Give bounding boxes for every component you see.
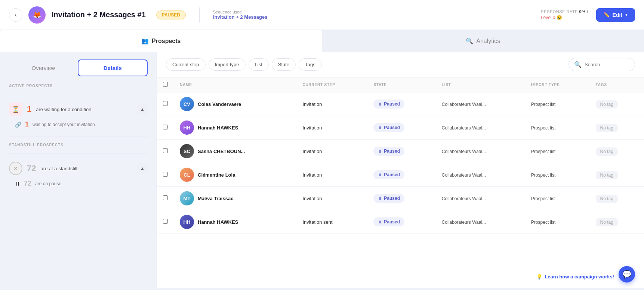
overview-label: Overview bbox=[31, 65, 55, 71]
link-icon: 🔗 bbox=[15, 122, 21, 128]
section-divider-1 bbox=[9, 94, 148, 94]
prospects-table-scroll[interactable]: NAME CURRENT STEP STATE LIST IMPORT TYPE… bbox=[157, 77, 644, 234]
state-cell: ⏸ Paused bbox=[367, 116, 435, 140]
import-type-cell: Prospect list bbox=[525, 187, 590, 210]
import-type-cell: Prospect list bbox=[525, 140, 590, 163]
list-cell: Collaborateurs Waal... bbox=[436, 210, 525, 234]
tab-analytics[interactable]: 🔍 Analytics bbox=[322, 30, 644, 52]
name-cell: SC Sasha CHETBOUN... bbox=[174, 140, 296, 163]
prospects-table: NAME CURRENT STEP STATE LIST IMPORT TYPE… bbox=[157, 77, 644, 234]
on-pause-sub: ⏸ 72 are on pause bbox=[9, 177, 148, 190]
standstill-label: are at a standstill bbox=[40, 166, 77, 171]
filter-state[interactable]: State bbox=[272, 58, 296, 71]
sequence-label: Sequence used bbox=[213, 10, 268, 14]
invitation-sub-count: 1 bbox=[25, 120, 29, 128]
state-badge: ⏸ Paused bbox=[373, 100, 404, 109]
tab-prospects-label: Prospects bbox=[152, 38, 181, 45]
section-divider-3 bbox=[9, 153, 148, 153]
pause-icon: ⏸ bbox=[378, 126, 382, 130]
learn-label: Learn how a campaign works! bbox=[545, 274, 614, 280]
current-step-cell: Invitation bbox=[296, 116, 367, 140]
table-row: SC Sasha CHETBOUN... Invitation ⏸ Paused… bbox=[157, 140, 644, 163]
tab-details[interactable]: Details bbox=[78, 59, 148, 76]
col-list: LIST bbox=[436, 77, 525, 92]
row-checkbox-2[interactable] bbox=[163, 125, 168, 129]
list-cell: Collaborateurs Waal... bbox=[436, 140, 525, 163]
tags-cell: No tag bbox=[590, 187, 644, 210]
name-cell: CL Clémentine Lola bbox=[174, 163, 296, 187]
filter-tags[interactable]: Tags bbox=[299, 58, 321, 71]
tab-overview[interactable]: Overview bbox=[9, 59, 78, 76]
prospect-name: Maëva Traissac bbox=[198, 196, 233, 201]
response-rate-info: RESPONSE RATE 0% ℹ Level 0 😢 bbox=[541, 9, 589, 20]
row-checkbox-6[interactable] bbox=[163, 219, 168, 224]
list-cell: Collaborateurs Waal... bbox=[436, 116, 525, 140]
chat-icon: 💬 bbox=[622, 270, 632, 279]
waiting-invitation-sub: 🔗 1 waiting to accept your invitation bbox=[9, 118, 148, 131]
prospect-avatar: CL bbox=[180, 168, 194, 182]
name-cell: HH Hannah HAWKES bbox=[174, 210, 296, 234]
pause-sub-count: 72 bbox=[24, 180, 31, 187]
sequence-info: Sequence used Invitation + 2 Messages bbox=[213, 10, 268, 20]
col-name: NAME bbox=[174, 77, 296, 92]
waiting-count: 1 bbox=[27, 104, 31, 114]
row-checkbox-cell bbox=[157, 187, 174, 210]
prospect-name: Colas Vandervaere bbox=[198, 101, 241, 107]
col-tags: TAGS bbox=[590, 77, 644, 92]
row-checkbox-4[interactable] bbox=[163, 172, 168, 177]
learn-link[interactable]: 💡 Learn how a campaign works! bbox=[536, 274, 614, 280]
pause-icon: ⏸ bbox=[378, 173, 382, 177]
prospect-avatar: MT bbox=[180, 191, 194, 205]
tags-cell: No tag bbox=[590, 210, 644, 234]
response-rate-label: RESPONSE RATE bbox=[541, 9, 578, 14]
filter-import-type[interactable]: Import type bbox=[209, 58, 246, 71]
name-cell: HH Hannah HAWKES bbox=[174, 116, 296, 140]
select-all-checkbox[interactable] bbox=[163, 82, 168, 87]
row-checkbox-1[interactable] bbox=[163, 101, 168, 106]
standstill-count: 72 bbox=[27, 164, 36, 173]
state-badge: ⏸ Paused bbox=[373, 217, 404, 226]
pause-icon: ⏸ bbox=[378, 220, 382, 224]
edit-button[interactable]: ✏️ Edit ▾ bbox=[596, 8, 635, 22]
current-step-cell: Invitation bbox=[296, 92, 367, 116]
filter-list[interactable]: List bbox=[249, 58, 269, 71]
standstill-chevron-button[interactable]: ▲ bbox=[137, 163, 148, 174]
sequence-name[interactable]: Invitation + 2 Messages bbox=[213, 14, 268, 20]
search-input[interactable] bbox=[585, 62, 629, 67]
row-checkbox-5[interactable] bbox=[163, 195, 168, 200]
list-cell: Collaborateurs Waal... bbox=[436, 163, 525, 187]
search-icon: 🔍 bbox=[574, 61, 582, 68]
back-button[interactable]: ‹ bbox=[9, 8, 22, 22]
state-cell: ⏸ Paused bbox=[367, 163, 435, 187]
campaign-avatar: 🦊 bbox=[28, 6, 46, 24]
import-type-cell: Prospect list bbox=[525, 116, 590, 140]
analytics-icon: 🔍 bbox=[466, 37, 473, 45]
invitation-sub-label: waiting to accept your invitation bbox=[33, 122, 95, 127]
prospect-avatar: HH bbox=[180, 120, 194, 135]
current-step-cell: Invitation bbox=[296, 140, 367, 163]
standstill-section-title: STANDSTILL PROSPECTS bbox=[9, 143, 148, 147]
state-cell: ⏸ Paused bbox=[367, 187, 435, 210]
prospect-name: Sasha CHETBOUN... bbox=[198, 149, 245, 154]
import-type-cell: Prospect list bbox=[525, 163, 590, 187]
chat-button[interactable]: 💬 bbox=[619, 266, 635, 283]
col-current-step: CURRENT STEP bbox=[296, 77, 367, 92]
pencil-icon: ✏️ bbox=[604, 12, 610, 18]
tags-cell: No tag bbox=[590, 140, 644, 163]
caret-icon: ▾ bbox=[625, 12, 628, 17]
current-step-cell: Invitation bbox=[296, 187, 367, 210]
prospect-avatar: HH bbox=[180, 215, 194, 229]
prospect-name: Hannah HAWKES bbox=[198, 219, 238, 225]
tags-cell: No tag bbox=[590, 116, 644, 140]
table-row: CV Colas Vandervaere Invitation ⏸ Paused… bbox=[157, 92, 644, 116]
prospect-name: Clémentine Lola bbox=[198, 172, 235, 178]
pause-icon: ⏸ bbox=[378, 149, 382, 153]
filter-current-step[interactable]: Current step bbox=[166, 58, 206, 71]
tab-prospects[interactable]: 👥 Prospects bbox=[0, 30, 322, 52]
pause-icon: ⏸ bbox=[378, 196, 382, 201]
chevron-up-button[interactable]: ▲ bbox=[137, 104, 148, 115]
row-checkbox-cell bbox=[157, 163, 174, 187]
row-checkbox-3[interactable] bbox=[163, 148, 168, 153]
response-rate-value: 0% bbox=[579, 9, 586, 14]
name-cell: CV Colas Vandervaere bbox=[174, 92, 296, 116]
